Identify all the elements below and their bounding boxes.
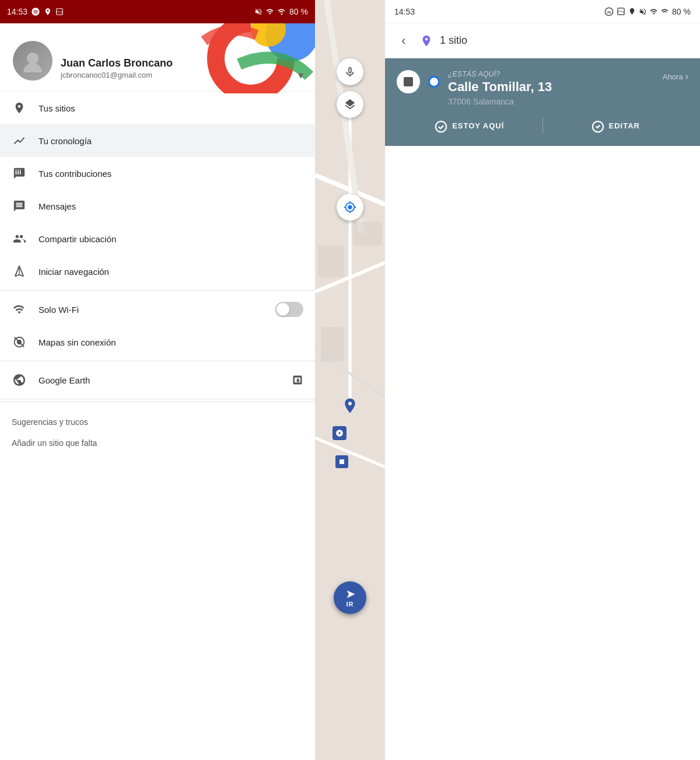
svg-point-21 (436, 121, 446, 132)
sidebar-item-tus-sitios[interactable]: Tus sitios (0, 92, 315, 124)
navigate-label: IR (346, 601, 354, 608)
time-right: 14:53 (394, 7, 415, 16)
battery-right: 80 % (672, 7, 691, 16)
sidebar-item-mensajes[interactable]: Mensajes (0, 190, 315, 222)
svg-rect-16 (353, 222, 382, 245)
wifi-menu-icon (12, 302, 27, 317)
location-icon-right (628, 8, 636, 15)
signal-icon-right (661, 8, 669, 16)
map-marker-2 (335, 455, 348, 468)
confirm-here-button[interactable]: ESTOY AQUÍ (397, 116, 542, 137)
profile-name: Juan Carlos Broncano (61, 57, 173, 69)
status-icons-right: 80 % (604, 7, 691, 16)
share-location-icon (12, 231, 27, 246)
location-time-text: Ahora (663, 72, 683, 81)
time-chevron-icon: › (685, 71, 688, 82)
compartir-ubicacion-label: Compartir ubicación (38, 234, 303, 244)
sidebar-item-tus-contribuciones[interactable]: Tus contribuciones (0, 157, 315, 190)
svg-point-5 (27, 53, 38, 64)
tu-cronologia-label: Tu cronología (38, 136, 303, 146)
confirm-icon (435, 119, 447, 133)
anadir-sitio-link[interactable]: Añadir un sitio que falta (12, 433, 303, 454)
edit-button[interactable]: EDITAR (543, 116, 689, 137)
map-pin (341, 397, 359, 414)
right-panel: 14:53 80 % ‹ 1 sitio (385, 0, 700, 760)
svg-rect-17 (321, 327, 344, 362)
iniciar-navegacion-label: Iniciar navegación (38, 267, 303, 277)
gps-icon (44, 8, 52, 16)
time-left: 14:53 (7, 7, 27, 16)
sidebar-item-iniciar-navegacion[interactable]: Iniciar navegación (0, 255, 315, 288)
avatar-silhouette (19, 47, 47, 75)
location-card-top: ¿ESTÁS AQUÍ? Calle Tomillar, 13 37006 Sa… (397, 70, 688, 106)
avatar (12, 40, 54, 82)
divider-1 (0, 290, 315, 291)
mute-icon-right (639, 8, 647, 16)
divider-3 (0, 399, 315, 399)
back-button[interactable]: ‹ (394, 33, 413, 48)
navigate-fab[interactable]: ➤ IR (334, 581, 366, 614)
wifi-icon-right (650, 8, 658, 16)
my-location-button[interactable] (337, 194, 363, 221)
left-panel: 14:53 80 % (0, 0, 315, 760)
page-title: 1 sitio (440, 34, 467, 47)
sidebar-item-solo-wifi[interactable]: Solo Wi-Fi (0, 293, 315, 326)
sugerencias-link[interactable]: Sugerencias y trucos (12, 412, 303, 433)
location-pin-icon (420, 34, 433, 48)
map-marker-1 (332, 426, 346, 440)
navigate-arrow-icon: ➤ (346, 588, 355, 601)
toggle-thumb (276, 303, 289, 316)
status-bar-left: 14:53 80 % (0, 0, 315, 23)
status-bar-right: 14:53 80 % (385, 0, 700, 23)
sidebar-item-google-earth[interactable]: Google Earth (0, 364, 315, 396)
profile-info: Juan Carlos Broncano jcbroncanoc01@gmail… (61, 57, 173, 82)
sidebar-item-tu-cronologia[interactable]: Tu cronología (0, 124, 315, 157)
avatar-image (13, 41, 52, 81)
location-dot (428, 76, 440, 88)
external-link-icon (292, 374, 303, 386)
mute-icon (254, 8, 262, 16)
timeline-icon (12, 133, 27, 148)
profile-header: Juan Carlos Broncano jcbroncanoc01@gmail… (0, 23, 315, 92)
location-text: ¿ESTÁS AQUÍ? Calle Tomillar, 13 37006 Sa… (448, 70, 654, 106)
solo-wifi-toggle[interactable] (275, 302, 303, 317)
svg-rect-2 (281, 13, 282, 15)
offline-map-icon (12, 334, 27, 350)
edit-icon (592, 119, 604, 133)
sidebar-item-mapas-sin-conexion[interactable]: Mapas sin conexión (0, 326, 315, 358)
stop-icon (404, 77, 413, 86)
profile-email: jcbroncanoc01@gmail.com (61, 71, 173, 79)
solo-wifi-label: Solo Wi-Fi (38, 305, 264, 315)
pin-icon (12, 100, 27, 116)
svg-rect-18 (340, 459, 344, 464)
image-icon (55, 8, 64, 16)
image-icon-right (617, 7, 625, 16)
location-name: Calle Tomillar, 13 (448, 79, 654, 95)
layers-button[interactable] (337, 91, 363, 118)
location-card: ¿ESTÁS AQUÍ? Calle Tomillar, 13 37006 Sa… (385, 58, 700, 146)
top-bar: ‹ 1 sitio (385, 23, 700, 58)
sidebar-item-compartir-ubicacion[interactable]: Compartir ubicación (0, 222, 315, 255)
edit-box-icon (12, 166, 27, 181)
svg-rect-15 (318, 245, 344, 277)
nav-menu: Tus sitios Tu cronología Tus contribucio… (0, 92, 315, 760)
google-earth-label: Google Earth (38, 375, 280, 385)
location-address: 37006 Salamanca (448, 97, 654, 106)
google-earth-icon (12, 372, 27, 388)
edit-label: EDITAR (609, 121, 640, 130)
battery-left: 80 % (289, 7, 308, 16)
confirm-here-label: ESTOY AQUÍ (452, 121, 504, 130)
spotify-icon-right (604, 7, 614, 16)
signal-icon (278, 8, 286, 16)
voice-search-button[interactable] (337, 58, 363, 85)
wifi-icon-status (266, 8, 274, 16)
divider-2 (0, 361, 315, 361)
spotify-icon (31, 7, 40, 16)
tus-sitios-label: Tus sitios (38, 103, 303, 113)
location-question: ¿ESTÁS AQUÍ? (448, 70, 654, 78)
location-time: Ahora › (663, 71, 688, 82)
map-strip: ➤ IR (315, 0, 385, 760)
nav-footer: Sugerencias y trucos Añadir un sitio que… (0, 402, 315, 463)
stop-button[interactable] (397, 70, 420, 93)
right-content-area (385, 146, 700, 760)
